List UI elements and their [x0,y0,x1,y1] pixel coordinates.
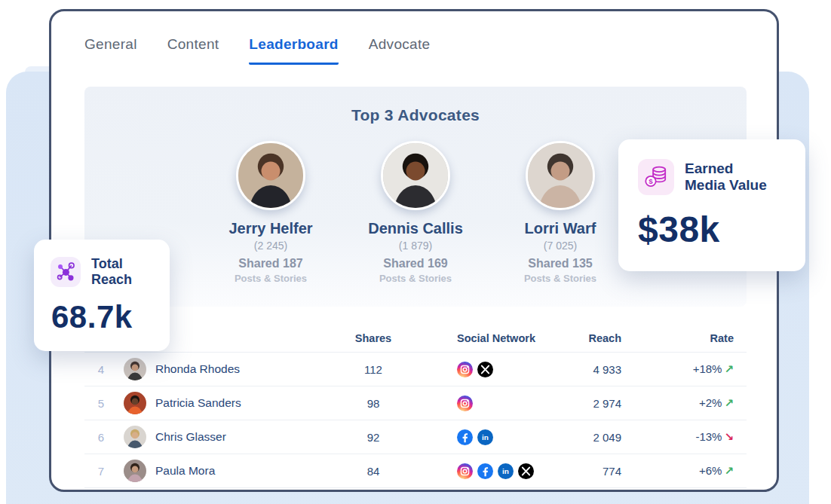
advocate-name: Jerry Helfer [198,220,343,237]
tab-leaderboard[interactable]: Leaderboard [249,36,338,65]
dashboard-stage: General Content Leaderboard Advocate Top… [0,0,831,504]
row-name: Rhonda Rhodes [155,362,339,376]
total-reach-header: Total Reach [34,240,170,288]
svg-text:$: $ [649,177,654,185]
row-name: Paula Mora [155,464,339,478]
row-reach: 774 [550,465,649,478]
tab-content[interactable]: Content [167,36,219,65]
table-row[interactable]: 7 Paula Mora84in774+6%↗ [84,454,747,488]
top3-title: Top 3 Advocates [84,106,747,124]
facebook-icon [477,463,493,479]
instagram-icon [457,362,473,377]
advocate-shared: Shared 135 [488,257,633,270]
tab-bar: General Content Leaderboard Advocate [84,36,430,65]
row-reach: 4 933 [550,363,649,376]
row-social-icons [407,396,550,411]
row-avatar [118,460,155,482]
advocate-count: (7 025) [488,240,633,252]
table-header: Shares Social Network Reach Rate [84,324,747,353]
row-social-icons: in [407,429,550,445]
table-row[interactable]: 4 Rhonda Rhodes1124 933+18%↗ [84,353,747,386]
row-name: Chris Glasser [155,430,339,444]
table-row[interactable]: 5 Patricia Sanders982 974+2%↗ [84,386,747,420]
row-shares: 84 [339,465,407,478]
advocate-sub: Posts & Stories [198,273,343,284]
linkedin-icon: in [477,429,493,445]
svg-text:in: in [482,433,489,441]
stat-card-earned-media-value: $ Earned Media Value $38k [618,139,805,271]
network-icon [51,257,81,287]
row-rate: +18%↗ [649,362,747,376]
advocate-shared: Shared 187 [198,257,343,270]
stat-card-total-reach: Total Reach 68.7k [34,240,170,351]
trend-up-icon: ↗ [724,464,734,477]
x-icon [518,463,534,479]
advocate-sub: Posts & Stories [488,273,633,284]
advocate-count: (1 879) [343,240,488,252]
header-rate: Rate [649,332,747,344]
emv-header: $ Earned Media Value [618,139,805,195]
svg-text:in: in [502,467,509,475]
emv-label: Earned Media Value [685,160,774,194]
leaderboard-table: Shares Social Network Reach Rate 4 Rhond… [84,324,747,488]
advocate-avatar [526,141,595,210]
row-social-icons: in [407,463,550,479]
emv-value: $38k [618,209,805,250]
advocate-sub: Posts & Stories [343,273,488,284]
total-reach-label: Total Reach [91,256,138,288]
table-row[interactable]: 6 Chris Glasser92in2 049-13%↘ [84,420,747,454]
row-reach: 2 974 [550,397,649,410]
row-avatar [118,392,155,414]
row-rank: 4 [84,363,118,376]
instagram-icon [457,463,473,479]
trend-up-icon: ↗ [724,362,734,375]
row-reach: 2 049 [550,431,649,444]
row-rate: +6%↗ [649,464,747,478]
row-avatar [118,426,155,448]
x-icon [477,362,493,377]
facebook-icon [457,429,473,445]
trend-down-icon: ↘ [724,430,734,443]
row-shares: 112 [339,363,407,376]
linkedin-icon: in [498,463,514,479]
tab-general[interactable]: General [84,36,137,65]
advocate-name: Dennis Callis [343,220,488,237]
row-rank: 6 [84,431,118,444]
instagram-icon [457,396,473,411]
row-avatar [118,358,155,380]
trend-up-icon: ↗ [724,396,734,409]
header-social-network: Social Network [407,332,550,344]
row-rate: +2%↗ [649,396,747,410]
coins-icon: $ [638,159,674,195]
row-shares: 98 [339,397,407,410]
row-rank: 5 [84,397,118,410]
advocate-name: Lorri Warf [488,220,633,237]
row-rate: -13%↘ [649,430,747,444]
row-shares: 92 [339,431,407,444]
tab-advocate[interactable]: Advocate [369,36,431,65]
advocate-card: Jerry Helfer (2 245) Shared 187 Posts & … [198,141,343,284]
row-social-icons [407,362,550,377]
advocate-avatar [236,141,305,210]
row-name: Patricia Sanders [155,396,339,410]
advocate-avatar [381,141,450,210]
advocate-card: Dennis Callis (1 879) Shared 169 Posts &… [343,141,488,284]
table-body: 4 Rhonda Rhodes1124 933+18%↗5 Patricia S… [84,353,747,488]
advocate-count: (2 245) [198,240,343,252]
advocate-card: Lorri Warf (7 025) Shared 135 Posts & St… [488,141,633,284]
advocate-shared: Shared 169 [343,257,488,270]
row-rank: 7 [84,465,118,478]
total-reach-value: 68.7k [34,299,170,335]
header-reach: Reach [550,332,649,344]
header-shares: Shares [339,332,407,344]
